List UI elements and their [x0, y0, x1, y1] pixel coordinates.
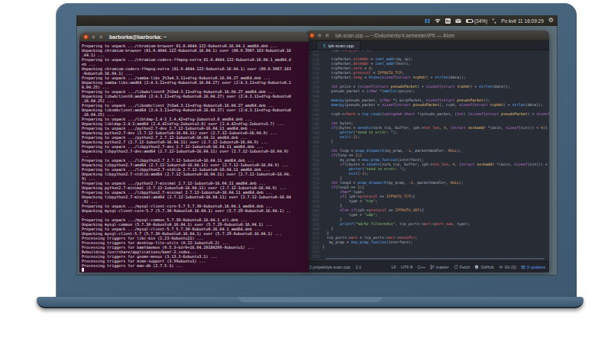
- session-gear-icon[interactable]: ⚙: [548, 18, 554, 24]
- grammar-indicator[interactable]: C++: [417, 265, 425, 269]
- tab-bar: C ipk-scan.cpp: [306, 40, 549, 50]
- status-bar: 2.projekt/ipk-scan.cpp 1:1 LF UTF-8 C++ …: [306, 261, 549, 272]
- terminal-line: Unpacking libpython2.7-dev:amd64 (2.7.12…: [82, 149, 306, 153]
- battery-icon: [466, 19, 473, 23]
- clock[interactable]: Po kvě 11 16:09:29: [501, 18, 544, 24]
- terminal-line: Unpacking libpython2.7-stdlib:amd64 (2.7…: [82, 172, 306, 176]
- battery-percent: (34%): [474, 18, 487, 24]
- laptop-base-notch: [238, 297, 383, 303]
- encoding-indicator[interactable]: UTF-8: [401, 265, 413, 269]
- editor-titlebar[interactable]: ipk-scan.cpp — ~/Dokumenty/4.semester/IP…: [306, 31, 549, 40]
- minimize-button[interactable]: [317, 33, 322, 38]
- terminal-line: Unpacking libwbclient0:amd64 (2:4.3.11+d…: [82, 94, 306, 98]
- close-button[interactable]: [83, 34, 89, 40]
- code-editor[interactable]: 530 tcph->urg_ptr = 0;531532 tcpPacket.s…: [306, 50, 549, 261]
- close-button[interactable]: [309, 33, 315, 38]
- terminal-titlebar[interactable]: barborka@barborka: ~: [79, 32, 309, 42]
- editor-title: ipk-scan.cpp — ~/Dokumenty/4.semester/IP…: [335, 33, 454, 38]
- terminal-line: Unpacking chromium-browser (81.0.4044.12…: [82, 48, 306, 53]
- terminal-output[interactable]: Preparing to unpack .../chromium-browser…: [79, 42, 309, 272]
- eye-icon: [499, 265, 503, 269]
- line-ending-indicator[interactable]: LF: [391, 265, 396, 269]
- dropbox-icon[interactable]: [425, 18, 430, 24]
- terminal-line: Unpacking libsmbclient:amd64 (2:4.3.11+d…: [82, 108, 306, 112]
- github-icon: [474, 265, 479, 269]
- fetch-button[interactable]: Fetch: [454, 265, 470, 269]
- battery-indicator[interactable]: (34%): [466, 18, 487, 24]
- cursor-position[interactable]: 1:1: [356, 265, 362, 269]
- maximize-button[interactable]: [99, 34, 104, 40]
- terminal-cursor: [82, 268, 84, 272]
- package-icon: [521, 265, 525, 269]
- terminal-line: Preparing to unpack .../chromium-codecs-…: [82, 57, 306, 62]
- system-tray[interactable]: En (34%) Po kvě 11 16:09:29 ⚙: [425, 18, 554, 24]
- mail-icon[interactable]: [455, 19, 461, 23]
- git-branch[interactable]: master: [430, 265, 449, 269]
- file-path[interactable]: 2.projekt/ipk-scan.cpp: [309, 265, 351, 269]
- wifi-icon[interactable]: [435, 18, 441, 23]
- maximize-button[interactable]: [325, 33, 330, 38]
- sync-icon: [454, 265, 458, 269]
- keyboard-layout-icon[interactable]: En: [445, 18, 451, 24]
- tab-label: ipk-scan.cpp: [328, 43, 354, 48]
- terminal-line: Unpacking samba-libs:amd64 (2:4.3.11+dfs…: [82, 80, 306, 85]
- network-arrows-icon[interactable]: [492, 18, 496, 24]
- updates-button[interactable]: 3 updates: [521, 265, 545, 269]
- desktop: En (34%) Po kvě 11 16:09:29 ⚙: [76, 15, 558, 275]
- terminal-line: Unpacking mysql-client-core-5.7 (5.7.30-…: [82, 208, 306, 213]
- terminal-window: barborka@barborka: ~ Preparing to unpack…: [79, 32, 309, 272]
- laptop-base: [37, 297, 584, 308]
- tab-ipk-scan[interactable]: C ipk-scan.cpp: [316, 40, 360, 50]
- cpp-file-icon: C: [323, 43, 326, 48]
- editor-window: ipk-scan.cpp — ~/Dokumenty/4.semester/IP…: [306, 31, 549, 272]
- terminal-line: Unpacking libpython2.7-minimal:amd64 (2.…: [82, 195, 306, 199]
- terminal-title: barborka@barborka: ~: [109, 34, 166, 40]
- branch-icon: [430, 265, 435, 269]
- minimize-button[interactable]: [91, 34, 96, 40]
- laptop-screen-bezel: En (34%) Po kvě 11 16:09:29 ⚙: [56, 3, 577, 297]
- git-panel-button[interactable]: Git (0): [499, 265, 516, 269]
- github-button[interactable]: GitHub: [474, 265, 493, 269]
- horizontal-scrollbar[interactable]: [325, 258, 545, 259]
- system-panel: En (34%) Po kvě 11 16:09:29 ⚙: [76, 15, 558, 26]
